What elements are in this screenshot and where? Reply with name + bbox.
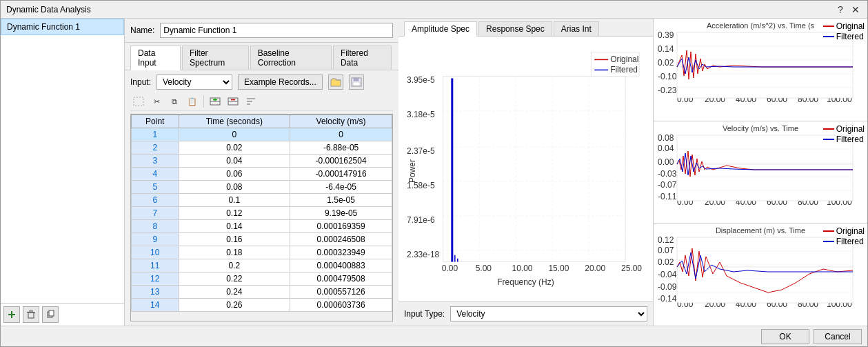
svg-text:3.18e-5: 3.18e-5 bbox=[407, 110, 435, 119]
row-time: 0.26 bbox=[179, 299, 290, 312]
table-row[interactable]: 100 bbox=[132, 128, 392, 141]
row-velocity: 9.19e-05 bbox=[290, 207, 392, 220]
title-bar-right: ? ✕ bbox=[834, 3, 862, 16]
row-velocity: 0.000479508 bbox=[290, 272, 392, 286]
left-panel-footer bbox=[1, 303, 124, 326]
data-panel: Name: Data Input Filter Spectrum Baselin… bbox=[125, 19, 398, 326]
svg-text:15.00: 15.00 bbox=[548, 264, 569, 273]
row-time: 0.22 bbox=[179, 272, 290, 286]
table-row[interactable]: 100.180.000323949 bbox=[132, 246, 392, 259]
vel-legend-original: Original bbox=[823, 124, 865, 134]
row-point: 2 bbox=[132, 141, 179, 155]
row-point: 9 bbox=[132, 233, 179, 246]
save-file-button[interactable] bbox=[349, 75, 364, 90]
table-row[interactable]: 40.06-0.000147916 bbox=[132, 168, 392, 181]
accel-filtered-label: Filtered bbox=[836, 32, 864, 41]
tab-response-spec[interactable]: Response Spec bbox=[478, 21, 552, 36]
table-row[interactable]: 140.260.000603736 bbox=[132, 299, 392, 312]
main-window: Dynamic Data Analysis ? ✕ Dynamic Functi… bbox=[0, 0, 868, 347]
vel-original-label: Original bbox=[836, 124, 865, 134]
input-row: Input: Velocity Acceleration Displacemen… bbox=[130, 75, 393, 90]
tab-amplitude-spec[interactable]: Amplitude Spec bbox=[404, 21, 477, 37]
sort-button[interactable] bbox=[243, 94, 259, 109]
help-button[interactable]: ? bbox=[834, 3, 847, 16]
data-table-container[interactable]: Point Time (seconds) Velocity (m/s) 1002… bbox=[130, 114, 393, 321]
tab-filter-spectrum[interactable]: Filter Spectrum bbox=[182, 46, 249, 70]
table-row[interactable]: 30.04-0.000162504 bbox=[132, 155, 392, 168]
accel-legend-filtered: Filtered bbox=[823, 32, 865, 41]
delete-function-button[interactable] bbox=[23, 306, 39, 323]
row-point: 7 bbox=[132, 207, 179, 220]
tab-arias-int[interactable]: Arias Int bbox=[554, 21, 599, 36]
table-row[interactable]: 90.160.000246508 bbox=[132, 233, 392, 246]
table-row[interactable]: 20.02-6.88e-05 bbox=[132, 141, 392, 155]
row-time: 0.06 bbox=[179, 168, 290, 181]
name-input[interactable] bbox=[160, 23, 393, 38]
tab-baseline-correction[interactable]: Baseline Correction bbox=[250, 46, 332, 70]
disp-original-label: Original bbox=[836, 226, 865, 236]
disp-filtered-line bbox=[823, 241, 834, 242]
tab-filtered-data[interactable]: Filtered Data bbox=[333, 46, 392, 70]
svg-text:0.00: 0.00 bbox=[442, 264, 458, 273]
table-row[interactable]: 120.220.000479508 bbox=[132, 272, 392, 286]
svg-rect-6 bbox=[49, 310, 54, 316]
disp-svg: 0.12 0.07 0.02 -0.04 -0.09 -0.14 0.00 20… bbox=[658, 236, 858, 308]
svg-text:-0.07: -0.07 bbox=[658, 180, 677, 190]
paste-button[interactable]: 📋 bbox=[184, 94, 201, 109]
svg-text:0.04: 0.04 bbox=[658, 143, 674, 153]
add-function-button[interactable] bbox=[3, 306, 20, 323]
svg-text:Power: Power bbox=[407, 159, 417, 183]
svg-text:0.08: 0.08 bbox=[658, 134, 674, 143]
copy-button[interactable]: ⧉ bbox=[166, 94, 183, 109]
select-tool-button[interactable] bbox=[130, 94, 147, 109]
svg-text:5.00: 5.00 bbox=[476, 264, 492, 273]
table-row[interactable]: 70.129.19e-05 bbox=[132, 207, 392, 220]
open-file-button[interactable] bbox=[328, 75, 343, 90]
table-row[interactable]: 110.20.000400883 bbox=[132, 259, 392, 272]
input-type-row: Input Type: Velocity Acceleration Displa… bbox=[398, 301, 653, 326]
row-time: 0.12 bbox=[179, 207, 290, 220]
vel-legend-filtered: Filtered bbox=[823, 135, 865, 144]
row-time: 0.02 bbox=[179, 141, 290, 155]
svg-text:20.00: 20.00 bbox=[585, 264, 605, 273]
input-type-dropdown[interactable]: Velocity Acceleration Displacement bbox=[450, 306, 647, 321]
table-row[interactable]: 80.140.000169359 bbox=[132, 220, 392, 233]
example-records-button[interactable]: Example Records... bbox=[238, 75, 323, 90]
cut-button[interactable]: ✂ bbox=[148, 94, 165, 109]
displacement-chart: Displacement (m) vs. Time Original Filte… bbox=[654, 224, 867, 326]
svg-text:25.00: 25.00 bbox=[621, 264, 642, 273]
row-velocity: 0.000169359 bbox=[290, 220, 392, 233]
svg-rect-2 bbox=[28, 313, 34, 318]
function-list-item[interactable]: Dynamic Function 1 bbox=[1, 19, 124, 35]
add-row-button[interactable] bbox=[207, 94, 223, 109]
spectrum-chart-area: Original Filtered 3.95e-5 3.18e-5 2.37e-… bbox=[398, 37, 653, 301]
svg-text:3.95e-5: 3.95e-5 bbox=[407, 75, 435, 85]
name-label: Name: bbox=[130, 26, 154, 35]
close-button[interactable]: ✕ bbox=[849, 3, 862, 16]
table-row[interactable]: 50.08-6.4e-05 bbox=[132, 181, 392, 194]
input-label: Input: bbox=[130, 77, 151, 87]
svg-text:-0.09: -0.09 bbox=[658, 282, 677, 292]
tab-data-input[interactable]: Data Input bbox=[130, 46, 181, 70]
title-bar-left: Dynamic Data Analysis bbox=[6, 5, 91, 14]
velocity-chart: Velocity (m/s) vs. Time Original Filtere… bbox=[654, 121, 867, 224]
cancel-button[interactable]: Cancel bbox=[814, 329, 862, 344]
delete-row-button[interactable] bbox=[225, 94, 241, 109]
row-velocity: 0.000400883 bbox=[290, 259, 392, 272]
svg-text:0.14: 0.14 bbox=[658, 44, 674, 54]
row-time: 0.18 bbox=[179, 246, 290, 259]
table-row[interactable]: 60.11.5e-05 bbox=[132, 194, 392, 207]
row-point: 14 bbox=[132, 299, 179, 312]
svg-text:Filtered: Filtered bbox=[610, 65, 638, 75]
row-time: 0.16 bbox=[179, 233, 290, 246]
table-row[interactable]: 130.240.000557126 bbox=[132, 286, 392, 299]
copy-function-button[interactable] bbox=[42, 306, 59, 323]
vel-original-line bbox=[823, 128, 834, 130]
ok-button[interactable]: OK bbox=[761, 329, 809, 344]
spectrum-svg: Original Filtered 3.95e-5 3.18e-5 2.37e-… bbox=[405, 43, 646, 295]
disp-legend: Original Filtered bbox=[823, 226, 865, 246]
accel-legend: Original Filtered bbox=[823, 21, 865, 41]
toolbar-row: ✂ ⧉ 📋 bbox=[130, 92, 393, 111]
title-bar: Dynamic Data Analysis ? ✕ bbox=[1, 1, 867, 19]
input-type-select[interactable]: Velocity Acceleration Displacement bbox=[157, 75, 232, 90]
